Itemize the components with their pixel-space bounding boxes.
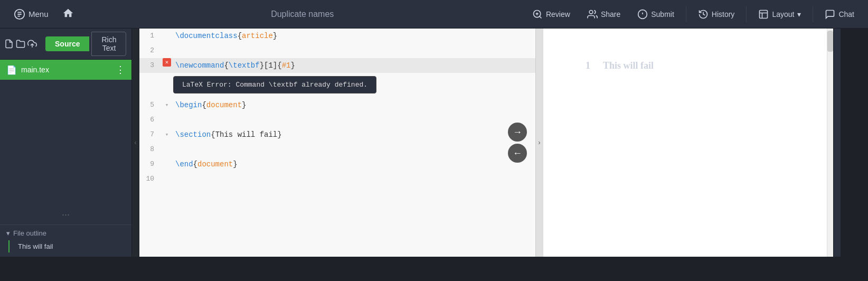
history-button[interactable]: History: [691, 6, 742, 23]
code-line-8[interactable]: 8: [139, 142, 535, 157]
editor-container: 1 \documentclass{article} 2 3 ✕ \newc: [139, 29, 535, 257]
chat-icon: [825, 9, 835, 20]
outline-item-0[interactable]: This will fail: [8, 240, 125, 252]
file-name: main.tex: [21, 65, 111, 74]
line-number-7: 7: [139, 127, 161, 142]
chevron-down-icon: ▾: [6, 229, 10, 237]
richtext-button[interactable]: Rich Text: [91, 32, 126, 56]
error-tooltip: LaTeX Error: Command \textbf already def…: [173, 76, 376, 93]
line-err-5: ▾: [161, 98, 173, 113]
preview-heading: 1 This will fail: [586, 60, 791, 71]
nav-divider-1: [686, 6, 686, 22]
nav-arrows: → ←: [508, 123, 527, 163]
nav-actions: Review Share Submit History: [525, 6, 862, 23]
review-button[interactable]: Review: [525, 6, 578, 23]
outline-header-label: File outline: [13, 229, 46, 237]
file-outline: ▾ File outline This will fail: [0, 224, 131, 257]
line-content-7: \section{This will fail}: [173, 127, 535, 142]
collapse-preview-button[interactable]: ›: [535, 29, 543, 257]
preview-content: 1 This will fail: [543, 29, 833, 257]
menu-button[interactable]: Menu: [6, 8, 56, 20]
preview-pane: 1 This will fail: [543, 29, 833, 257]
history-label: History: [712, 10, 735, 18]
open-folder-button[interactable]: [16, 35, 25, 53]
preview-scrollbar[interactable]: [827, 29, 833, 257]
sidebar-toolbar: Source Rich Text Ω Recompile ▾: [0, 29, 131, 60]
scrollbar-thumb[interactable]: [827, 31, 833, 52]
new-file-icon: [4, 39, 14, 49]
layout-button[interactable]: Layout ▾: [751, 6, 808, 23]
line-content-1: \documentclass{article}: [173, 29, 535, 43]
file-menu-button[interactable]: ⋮: [116, 64, 125, 76]
share-icon: [587, 9, 598, 20]
new-file-button[interactable]: [4, 35, 14, 53]
code-line-2[interactable]: 2: [139, 43, 535, 58]
upload-button[interactable]: [27, 35, 37, 53]
line-number-2: 2: [139, 43, 161, 58]
error-box-3: ✕: [163, 58, 171, 67]
source-button[interactable]: Source: [45, 36, 89, 51]
code-line-3[interactable]: 3 ✕ \newcommand{\textbf}[1]{#1}: [139, 58, 535, 73]
code-line-7[interactable]: 7 ▾ \section{This will fail}: [139, 127, 535, 142]
submit-label: Submit: [651, 10, 674, 18]
layout-label: Layout: [772, 10, 794, 18]
line-number-5: 5: [139, 98, 161, 113]
sidebar-spacer: [0, 80, 131, 205]
editor[interactable]: 1 \documentclass{article} 2 3 ✕ \newc: [139, 29, 535, 257]
line-number-1: 1: [139, 29, 161, 43]
menu-icon: [14, 8, 25, 20]
nav-prev-error-button[interactable]: ←: [508, 144, 527, 163]
line-number-8: 8: [139, 142, 161, 157]
line-number-3: 3: [139, 58, 161, 73]
file-outline-header[interactable]: ▾ File outline: [6, 229, 125, 240]
line-err-3: ✕: [161, 58, 173, 67]
review-label: Review: [546, 10, 570, 18]
history-icon: [698, 9, 709, 20]
submit-icon: [637, 9, 648, 20]
code-lines: 1 \documentclass{article} 2 3 ✕ \newc: [139, 29, 535, 186]
nav-divider-2: [746, 6, 747, 22]
code-line-10[interactable]: 10: [139, 172, 535, 186]
line-content-3: \newcommand{\textbf}[1]{#1}: [173, 58, 535, 73]
top-nav: Menu Duplicate names Review Share: [0, 0, 868, 29]
code-line-5[interactable]: 5 ▾ \begin{document}: [139, 98, 535, 113]
preview-heading-number: 1: [586, 60, 590, 71]
line-content-5: \begin{document}: [173, 98, 535, 113]
nav-divider-3: [813, 6, 813, 22]
file-icon: 📄: [6, 65, 17, 75]
svg-point-2: [589, 10, 593, 14]
line-err-7: ▾: [161, 127, 173, 142]
layout-icon: [758, 9, 769, 20]
line-number-6: 6: [139, 113, 161, 127]
right-panel: [833, 29, 841, 257]
home-button[interactable]: [56, 7, 80, 21]
line-content-9: \end{document}: [173, 157, 535, 172]
menu-label: Menu: [29, 10, 49, 18]
preview-heading-text: This will fail: [603, 60, 654, 71]
code-line-6[interactable]: 6: [139, 113, 535, 127]
error-tooltip-container: LaTeX Error: Command \textbf already def…: [139, 73, 535, 98]
chat-label: Chat: [838, 10, 854, 18]
home-icon: [62, 7, 74, 19]
submit-button[interactable]: Submit: [630, 6, 682, 23]
code-line-1[interactable]: 1 \documentclass{article}: [139, 29, 535, 43]
review-icon: [532, 9, 543, 20]
line-number-9: 9: [139, 157, 161, 172]
main-content: Source Rich Text Ω Recompile ▾: [0, 29, 868, 257]
document-title: Duplicate names: [80, 10, 525, 19]
sidebar: Source Rich Text Ω Recompile ▾: [0, 29, 132, 257]
svg-rect-4: [760, 10, 768, 18]
folder-icon: [16, 39, 25, 49]
sidebar-dots[interactable]: ···: [0, 205, 131, 224]
chat-button[interactable]: Chat: [817, 6, 862, 23]
layout-chevron-icon: ▾: [797, 10, 801, 18]
nav-next-error-button[interactable]: →: [508, 123, 527, 142]
collapse-sidebar-button[interactable]: ‹: [132, 29, 139, 257]
code-line-9[interactable]: 9 \end{document}: [139, 157, 535, 172]
line-number-10: 10: [139, 172, 161, 186]
share-button[interactable]: Share: [580, 6, 628, 23]
upload-icon: [27, 39, 37, 49]
share-label: Share: [601, 10, 620, 18]
file-item-main-tex[interactable]: 📄 main.tex ⋮: [0, 60, 131, 80]
